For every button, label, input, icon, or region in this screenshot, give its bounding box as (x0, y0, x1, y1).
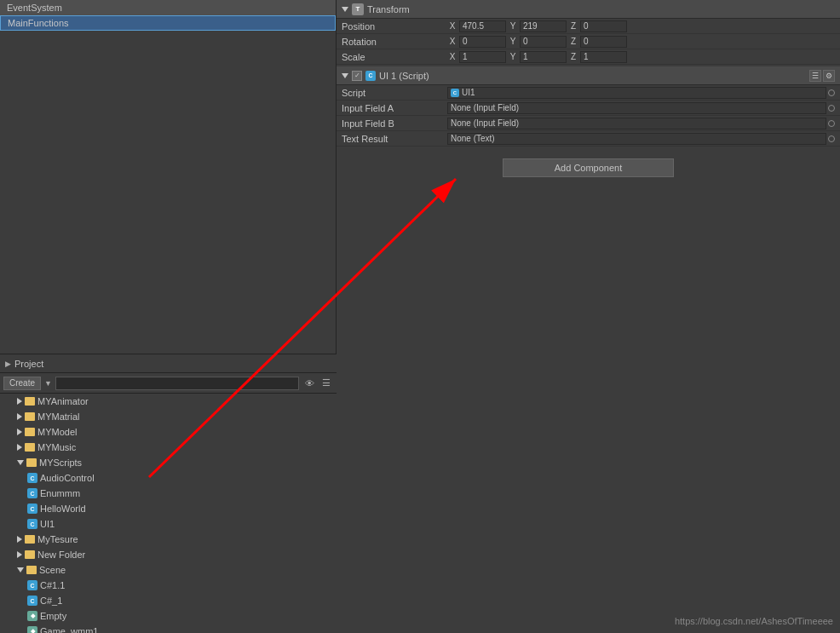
text-result-row: Text Result None (Text) (337, 131, 840, 147)
cs-icon: C (27, 596, 37, 606)
file-enummm[interactable]: C Enummm (0, 486, 337, 501)
file-helloworld[interactable]: C HelloWorld (0, 501, 337, 516)
z-label: Z (568, 37, 578, 46)
input-b-value[interactable]: None (Input Field) (447, 118, 826, 129)
input-field-b-row: Input Field B None (Input Field) (337, 116, 840, 131)
folder-icon (26, 566, 37, 574)
cs-icon: C (27, 473, 37, 483)
cs-icon: C (27, 488, 37, 498)
x-label: X (447, 21, 457, 31)
input-b-group: None (Input Field) (447, 118, 835, 129)
scene-icon: ◆ (27, 626, 37, 633)
position-z-input[interactable] (580, 20, 627, 32)
text-result-value[interactable]: None (Text) (447, 133, 826, 145)
component-header-icons: ☰ ⚙ (809, 70, 835, 82)
folder-mymusic[interactable]: MYMusic (0, 440, 337, 455)
scale-x-input[interactable] (459, 51, 506, 63)
file-c1[interactable]: C C#1.1 (0, 578, 337, 593)
folder-icon (25, 443, 35, 452)
script-value[interactable]: C UI1 (447, 87, 826, 99)
component-checkbox[interactable]: ✓ (352, 71, 362, 81)
scale-z-input[interactable] (580, 51, 627, 63)
z-label: Z (568, 21, 578, 31)
file-label: Empty (40, 611, 66, 621)
transform-header: T Transform (337, 0, 840, 19)
expand-icon (342, 73, 348, 78)
file-label: C#_1 (40, 596, 62, 606)
input-b-picker[interactable] (828, 120, 835, 127)
script-value-group: C UI1 (447, 87, 835, 99)
position-row: Position X Y Z (337, 19, 840, 34)
file-c2[interactable]: C C#_1 (0, 593, 337, 608)
z-label: Z (568, 52, 578, 61)
folder-mymatrial[interactable]: MYMatrial (0, 409, 337, 424)
script-header: ✓ C UI 1 (Script) ☰ ⚙ (337, 66, 840, 85)
project-search-input[interactable] (55, 377, 299, 390)
rotation-x-input[interactable] (459, 36, 506, 48)
project-title: Project (14, 359, 43, 369)
input-a-value[interactable]: None (Input Field) (447, 102, 826, 114)
component-icon-btn[interactable]: ☰ (809, 70, 821, 82)
file-empty[interactable]: ◆ Empty (0, 608, 337, 624)
rotation-y-input[interactable] (520, 36, 567, 48)
script-picker-dot[interactable] (828, 89, 835, 96)
input-a-text: None (Input Field) (451, 103, 519, 112)
hierarchy-item-eventsystem[interactable]: EventSystem (0, 0, 336, 15)
script-row: Script C UI1 (337, 85, 840, 101)
folder-icon (26, 458, 37, 467)
folder-label: Scene (39, 565, 66, 575)
file-label: AudioControl (40, 473, 95, 483)
folder-myscripts[interactable]: MYScripts (0, 455, 337, 470)
eventsystem-label: EventSystem (7, 3, 62, 13)
folder-myanimator[interactable]: MYAnimator (0, 394, 337, 409)
folder-mytesure[interactable]: MyTesure (0, 532, 337, 547)
folder-label: MYMatrial (37, 411, 80, 422)
transform-title: Transform (367, 4, 410, 14)
hierarchy-item-mainfunctions[interactable]: MainFunctions (0, 15, 336, 31)
project-icon1[interactable]: 👁 (302, 377, 316, 390)
text-result-picker[interactable] (828, 135, 835, 142)
chevron-right-icon (17, 413, 22, 420)
folder-scene[interactable]: Scene (0, 562, 337, 578)
y-label: Y (508, 37, 518, 46)
folder-mymodel[interactable]: MYModel (0, 424, 337, 440)
position-y-input[interactable] (520, 20, 567, 32)
file-label: Game_wmm1 (40, 626, 98, 633)
scale-y-input[interactable] (520, 51, 567, 63)
folder-icon (25, 397, 35, 406)
input-a-group: None (Input Field) (447, 102, 835, 114)
position-label: Position (342, 21, 444, 32)
rotation-z-input[interactable] (580, 36, 627, 48)
position-fields: X Y Z (447, 20, 835, 32)
folder-label: MYAnimator (37, 396, 89, 406)
folder-icon (25, 428, 35, 436)
file-audiocontrol[interactable]: C AudioControl (0, 470, 337, 486)
hierarchy-area: EventSystem MainFunctions (0, 0, 336, 354)
project-icon2[interactable]: ☰ (319, 377, 333, 390)
cs-icon: C (27, 519, 37, 529)
chevron-down-icon (17, 567, 24, 573)
component-gear-btn[interactable]: ⚙ (823, 70, 835, 82)
position-x-input[interactable] (459, 20, 506, 32)
create-button[interactable]: Create (3, 377, 41, 390)
folder-newfolder[interactable]: New Folder (0, 547, 337, 562)
rotation-fields: X Y Z (447, 36, 835, 48)
project-panel: ▶ Project Create ▼ 👁 ☰ MYAnimator MYMatr… (0, 354, 337, 633)
add-component-button[interactable]: Add Component (503, 158, 675, 177)
rotation-label: Rotation (342, 37, 444, 47)
script-label: Script (342, 88, 444, 98)
folder-icon (25, 535, 35, 544)
script-file-icon: C (451, 89, 459, 97)
scene-icon: ◆ (27, 611, 37, 621)
script-component-icon: C (365, 71, 376, 81)
folder-label: MyTesure (37, 534, 78, 544)
left-panel: EventSystem MainFunctions ▶ Project Crea… (0, 0, 337, 633)
chevron-right-icon (17, 551, 22, 558)
input-a-picker[interactable] (828, 105, 835, 112)
project-header: ▶ Project (0, 354, 337, 373)
input-b-label: Input Field B (342, 118, 444, 129)
file-ui1[interactable]: C UI1 (0, 516, 337, 532)
x-label: X (447, 52, 457, 61)
file-gamewmm[interactable]: ◆ Game_wmm1 (0, 624, 337, 633)
text-result-label: Text Result (342, 134, 444, 144)
